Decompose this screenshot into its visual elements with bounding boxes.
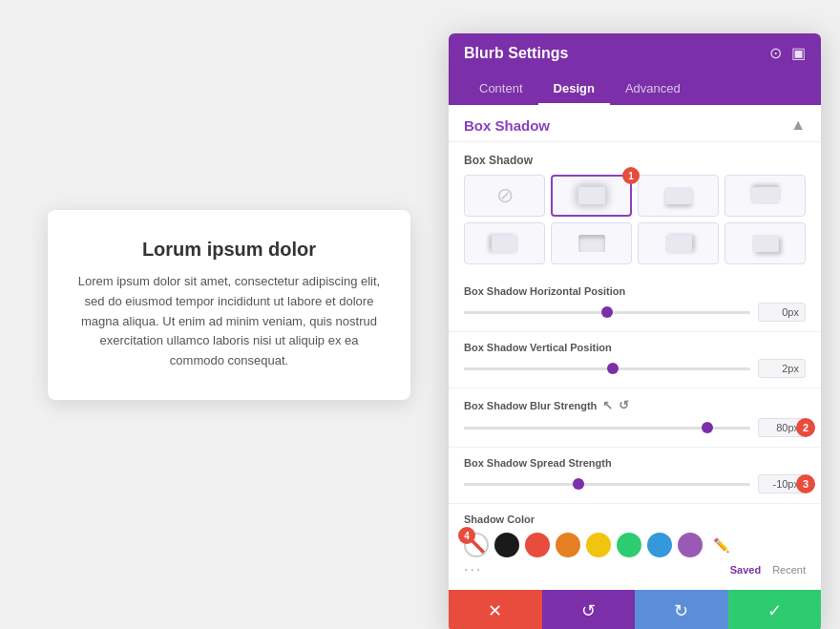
swatch-blue[interactable] (647, 533, 672, 557)
preset-left-shadow[interactable] (464, 222, 545, 264)
swatch-green[interactable] (617, 533, 641, 557)
tab-design[interactable]: Design (538, 73, 610, 105)
swatch-wrapper-transparent: 4 (464, 533, 489, 557)
slider-spread-label: Box Shadow Spread Strength (464, 457, 806, 469)
slider-spread-track[interactable] (464, 483, 750, 486)
preset-top-shadow[interactable] (724, 175, 806, 217)
preset-box-corner (752, 235, 779, 252)
color-section: Shadow Color 4 ✏️ ··· Saved (449, 504, 821, 590)
slider-blur-fill (464, 427, 707, 430)
slider-blur: Box Shadow Blur Strength ↖ ↺ 80px 2 (449, 388, 821, 448)
reset-blur-icon[interactable]: ↺ (619, 398, 629, 412)
section-title: Box Shadow (464, 117, 550, 134)
slider-horizontal-fill (464, 311, 607, 314)
slider-blur-label: Box Shadow Blur Strength ↖ ↺ (464, 398, 806, 412)
preset-box-top (752, 187, 779, 204)
layout-icon[interactable]: ▣ (791, 46, 806, 61)
color-row-bottom: ··· Saved Recent (464, 557, 806, 578)
slider-vertical-fill (464, 367, 613, 370)
slider-horizontal-wrapper: 0px (464, 303, 806, 322)
no-shadow-icon: ⊘ (496, 183, 514, 208)
collapse-icon[interactable]: ▲ (790, 116, 806, 134)
swatch-red[interactable] (525, 533, 550, 557)
slider-blur-wrapper: 80px 2 (464, 418, 806, 437)
preset-right-shadow[interactable] (638, 222, 719, 264)
preview-title: Lorum ipsum dolor (74, 239, 384, 261)
badge-2: 2 (796, 418, 815, 437)
settings-panel: Blurb Settings ⊙ ▣ Content Design Advanc… (449, 33, 821, 629)
color-swatches-row: 4 ✏️ (464, 533, 806, 557)
save-button[interactable]: ✓ (728, 590, 822, 629)
preset-box-outer (578, 187, 605, 204)
slider-spread-fill (464, 483, 578, 486)
preset-box-inner (578, 235, 605, 252)
preset-bottom-shadow[interactable] (638, 175, 719, 217)
panel-header: Blurb Settings ⊙ ▣ (449, 33, 821, 73)
tab-advanced[interactable]: Advanced (610, 73, 696, 105)
slider-vertical-value: 2px (758, 359, 806, 378)
slider-vertical-thumb[interactable] (607, 363, 619, 374)
section-header: Box Shadow ▲ (449, 105, 821, 142)
saved-label[interactable]: Saved (730, 564, 761, 576)
swatch-black[interactable] (494, 533, 519, 557)
panel-title: Blurb Settings (464, 45, 568, 62)
recent-label[interactable]: Recent (772, 564, 806, 576)
preview-card: Lorum ipsum dolor Lorem ipsum dolor sit … (48, 210, 410, 400)
preset-box-bottom (665, 187, 692, 204)
preset-box-right (665, 235, 692, 252)
panel-body: Box Shadow ▲ Box Shadow ⊘ 1 (449, 105, 821, 629)
badge-1: 1 (622, 167, 640, 184)
preset-box-left (492, 235, 518, 252)
panel-tabs: Content Design Advanced (449, 73, 821, 105)
settings-icon[interactable]: ⊙ (769, 46, 782, 61)
slider-blur-track[interactable] (464, 427, 750, 430)
reset-button[interactable]: ↺ (542, 590, 636, 629)
panel-header-icons: ⊙ ▣ (769, 46, 806, 61)
swatch-purple[interactable] (678, 533, 703, 557)
cursor-icon: ↖ (602, 398, 613, 412)
eyedropper-icon[interactable]: ✏️ (708, 533, 733, 557)
badge-3: 3 (796, 474, 815, 493)
slider-vertical-wrapper: 2px (464, 359, 806, 378)
slider-spread: Box Shadow Spread Strength -10px 3 (449, 448, 821, 504)
cancel-button[interactable]: ✕ (449, 590, 542, 629)
preset-no-shadow[interactable]: ⊘ (464, 175, 545, 217)
slider-spread-wrapper: -10px 3 (464, 474, 806, 493)
slider-horizontal-label: Box Shadow Horizontal Position (464, 285, 806, 297)
badge-4: 4 (458, 527, 475, 544)
preset-corner-shadow[interactable] (724, 222, 806, 264)
action-bar: ✕ ↺ ↻ ✓ (449, 590, 821, 629)
slider-blur-thumb[interactable] (702, 422, 713, 433)
preset-inner-shadow[interactable] (551, 222, 632, 264)
preset-wrapper-active: 1 (551, 175, 632, 217)
slider-vertical-track[interactable] (464, 367, 750, 370)
swatch-orange[interactable] (556, 533, 580, 557)
more-icon[interactable]: ··· (464, 561, 482, 578)
slider-vertical-label: Box Shadow Vertical Position (464, 342, 806, 353)
slider-spread-thumb[interactable] (573, 478, 584, 490)
slider-vertical: Box Shadow Vertical Position 2px (449, 332, 821, 388)
slider-horizontal-thumb[interactable] (601, 306, 613, 318)
tab-content[interactable]: Content (464, 73, 538, 105)
color-label: Shadow Color (464, 514, 806, 525)
saved-recent: Saved Recent (730, 564, 806, 576)
preset-outer-shadow[interactable] (551, 175, 632, 217)
shadow-presets-grid: ⊘ 1 (449, 175, 821, 276)
slider-horizontal-track[interactable] (464, 311, 750, 314)
preview-body: Lorem ipsum dolor sit amet, consectetur … (74, 272, 384, 371)
redo-button[interactable]: ↻ (635, 590, 728, 629)
swatch-yellow[interactable] (586, 533, 611, 557)
slider-horizontal: Box Shadow Horizontal Position 0px (449, 276, 821, 332)
slider-horizontal-value: 0px (758, 303, 806, 322)
